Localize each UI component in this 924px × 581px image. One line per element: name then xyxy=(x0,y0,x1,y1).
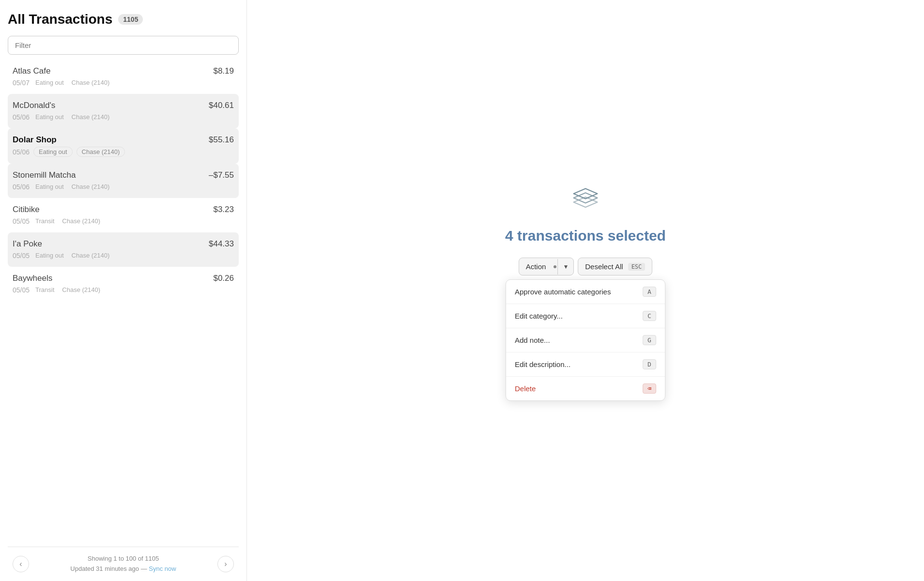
transaction-account: Chase (2140) xyxy=(60,285,102,294)
next-page-button[interactable]: › xyxy=(217,556,234,572)
transaction-category: Eating out xyxy=(33,182,66,191)
transaction-item[interactable]: Dolar Shop$55.1605/06Eating outChase (21… xyxy=(8,128,239,164)
transaction-category: Eating out xyxy=(33,78,66,87)
selection-count: 4 transactions selected xyxy=(505,228,666,244)
right-panel: 4 transactions selected Action ▼ Deselec… xyxy=(247,0,924,581)
transaction-category: Eating out xyxy=(33,147,73,157)
transaction-amount: $44.33 xyxy=(209,239,234,249)
dropdown-item-shortcut: D xyxy=(643,359,656,369)
transaction-item[interactable]: Stonemill Matcha–$7.5505/06Eating outCha… xyxy=(8,164,239,198)
transaction-list: Atlas Cafe$8.1905/07Eating outChase (214… xyxy=(8,60,239,547)
transaction-date: 05/06 xyxy=(13,148,30,156)
transaction-amount: $3.23 xyxy=(213,205,234,214)
deselect-shortcut: ESC xyxy=(628,263,646,271)
transaction-name: Stonemill Matcha xyxy=(13,170,76,180)
transaction-date: 05/07 xyxy=(13,79,30,87)
dropdown-item[interactable]: Approve automatic categoriesA xyxy=(506,280,665,304)
transaction-date: 05/06 xyxy=(13,183,30,191)
transaction-account: Chase (2140) xyxy=(60,216,102,226)
dropdown-item-label: Edit category... xyxy=(515,312,563,320)
dropdown-item-shortcut: ⌫ xyxy=(643,383,656,394)
transaction-account: Chase (2140) xyxy=(70,112,112,122)
action-bar: Action ▼ Deselect All ESC xyxy=(519,258,653,275)
transaction-account: Chase (2140) xyxy=(70,182,112,191)
transaction-category: Transit xyxy=(33,285,56,294)
header-row: All Transactions 1105 xyxy=(8,12,239,27)
left-panel: All Transactions 1105 Atlas Cafe$8.1905/… xyxy=(0,0,247,581)
transaction-item[interactable]: Citibike$3.2305/05TransitChase (2140) xyxy=(8,198,239,232)
transaction-amount: $40.61 xyxy=(209,101,234,110)
pagination-bar: ‹ Showing 1 to 100 of 1105 Updated 31 mi… xyxy=(8,547,239,581)
transaction-item[interactable]: Atlas Cafe$8.1905/07Eating outChase (214… xyxy=(8,60,239,94)
prev-page-button[interactable]: ‹ xyxy=(13,556,29,572)
dropdown-item[interactable]: Add note...G xyxy=(506,328,665,352)
action-dot-icon xyxy=(554,265,556,268)
action-label: Action xyxy=(519,258,553,275)
transaction-name: Baywheels xyxy=(13,274,52,283)
transaction-date: 05/05 xyxy=(13,286,30,294)
pagination-info: Showing 1 to 100 of 1105 Updated 31 minu… xyxy=(70,554,176,574)
deselect-label: Deselect All xyxy=(585,262,623,271)
transaction-category: Eating out xyxy=(33,112,66,122)
transaction-amount: $55.16 xyxy=(209,135,234,145)
transaction-amount: $8.19 xyxy=(213,66,234,76)
transaction-account: Chase (2140) xyxy=(70,78,112,87)
dropdown-item-shortcut: C xyxy=(643,311,656,321)
page-title: All Transactions xyxy=(8,12,112,27)
transaction-name: Atlas Cafe xyxy=(13,66,50,76)
transaction-date: 05/06 xyxy=(13,113,30,121)
stack-icon xyxy=(569,180,602,216)
transaction-date: 05/05 xyxy=(13,217,30,225)
transaction-item[interactable]: McDonald's$40.6105/06Eating outChase (21… xyxy=(8,94,239,128)
deselect-all-button[interactable]: Deselect All ESC xyxy=(578,258,652,275)
dropdown-item[interactable]: Edit description...D xyxy=(506,352,665,377)
transaction-date: 05/05 xyxy=(13,252,30,260)
dropdown-item-label: Add note... xyxy=(515,336,550,344)
filter-input[interactable] xyxy=(8,36,239,55)
dropdown-item[interactable]: Edit category...C xyxy=(506,304,665,328)
sync-link[interactable]: Sync now xyxy=(149,565,176,572)
transaction-item[interactable]: Baywheels$0.2605/05TransitChase (2140) xyxy=(8,267,239,301)
transaction-account: Chase (2140) xyxy=(77,147,125,157)
transaction-category: Transit xyxy=(33,216,56,226)
action-button[interactable]: Action ▼ xyxy=(519,258,574,275)
dropdown-item-label: Edit description... xyxy=(515,360,570,368)
dropdown-item-shortcut: G xyxy=(643,335,656,345)
transaction-name: I'a Poke xyxy=(13,239,42,249)
transaction-name: McDonald's xyxy=(13,101,55,110)
transaction-item[interactable]: I'a Poke$44.3305/05Eating outChase (2140… xyxy=(8,232,239,267)
transaction-account: Chase (2140) xyxy=(70,251,112,260)
transaction-amount: –$7.55 xyxy=(209,170,234,180)
transaction-name: Dolar Shop xyxy=(13,135,57,145)
dropdown-item-label: Approve automatic categories xyxy=(515,288,611,296)
transaction-name: Citibike xyxy=(13,205,40,214)
transaction-amount: $0.26 xyxy=(213,274,234,283)
chevron-down-icon: ▼ xyxy=(557,259,573,275)
transaction-category: Eating out xyxy=(33,251,66,260)
action-dropdown-menu: Approve automatic categoriesAEdit catego… xyxy=(506,279,665,401)
dropdown-item[interactable]: Delete⌫ xyxy=(506,377,665,400)
count-badge: 1105 xyxy=(118,14,143,25)
dropdown-item-shortcut: A xyxy=(643,287,656,297)
dropdown-item-label: Delete xyxy=(515,384,536,393)
